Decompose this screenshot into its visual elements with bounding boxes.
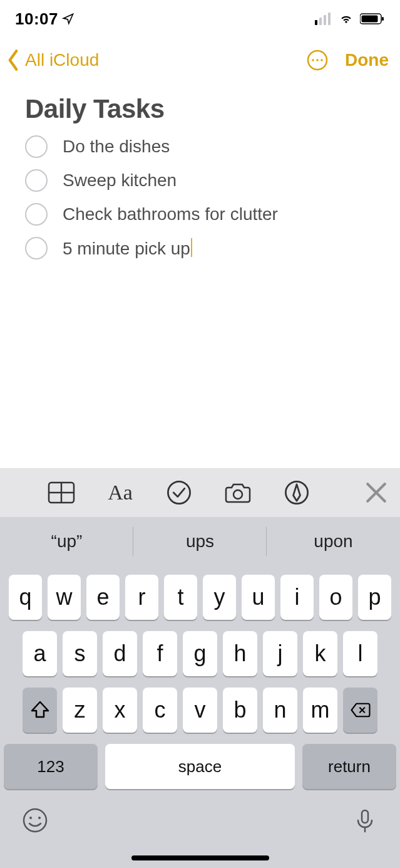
camera-icon[interactable] [224,479,252,506]
key-o[interactable]: o [319,575,352,620]
chevron-left-icon [4,48,23,72]
mic-icon[interactable] [351,807,379,834]
text-cursor [191,238,192,257]
svg-point-21 [24,809,46,832]
key-m[interactable]: m [303,688,337,733]
svg-rect-2 [324,15,326,25]
svg-point-14 [168,481,190,503]
key-e[interactable]: e [86,575,120,620]
shift-key[interactable] [23,688,57,733]
keyboard-toolbar: Aa [0,468,400,517]
key-d[interactable]: d [103,631,137,676]
suggestion[interactable]: upon [267,517,400,566]
space-key[interactable]: space [105,744,295,789]
shift-icon [29,699,51,721]
key-p[interactable]: p [358,575,391,620]
cellular-icon [315,13,332,25]
note-title[interactable]: Daily Tasks [25,94,375,124]
key-x[interactable]: x [103,688,137,733]
key-k[interactable]: k [303,631,337,676]
key-w[interactable]: w [48,575,81,620]
svg-rect-0 [315,20,317,25]
key-y[interactable]: y [203,575,236,620]
keyboard: Aa “up” ups upon q w e r t y u [0,468,400,868]
nav-bar: All iCloud Done [0,38,400,83]
more-icon[interactable] [306,49,329,71]
key-i[interactable]: i [280,575,314,620]
key-g[interactable]: g [183,631,217,676]
checklist-text[interactable]: Sweep kitchen [63,170,177,191]
svg-point-8 [312,59,314,61]
checkbox-icon[interactable] [25,169,48,192]
keyboard-suggestions: “up” ups upon [0,517,400,566]
checklist-item[interactable]: 5 minute pick up [25,237,375,259]
return-key[interactable]: return [302,744,396,789]
key-c[interactable]: c [143,688,177,733]
svg-point-22 [29,817,32,819]
emoji-icon[interactable] [21,807,49,834]
home-indicator[interactable] [131,855,269,860]
key-u[interactable]: u [242,575,275,620]
backspace-icon [350,699,371,721]
key-n[interactable]: n [263,688,297,733]
key-t[interactable]: t [164,575,197,620]
back-label: All iCloud [25,50,99,70]
checkbox-icon[interactable] [25,237,48,259]
svg-rect-24 [362,810,368,823]
status-time: 10:07 [15,9,58,29]
key-r[interactable]: r [125,575,158,620]
checklist-text[interactable]: Check bathrooms for clutter [63,204,278,224]
suggestion[interactable]: ups [133,517,267,566]
svg-rect-6 [382,17,384,21]
note-content[interactable]: Daily Tasks Do the dishes Sweep kitchen … [0,83,400,259]
key-h[interactable]: h [223,631,257,676]
pen-icon[interactable] [283,479,310,506]
svg-rect-1 [319,18,322,25]
suggestion[interactable]: “up” [0,517,133,566]
key-j[interactable]: j [263,631,297,676]
svg-point-15 [233,490,242,499]
location-icon [62,13,74,25]
done-button[interactable]: Done [345,50,389,70]
checklist-text[interactable]: Do the dishes [63,137,170,157]
checkbox-icon[interactable] [25,203,48,226]
table-icon[interactable] [48,479,75,506]
wifi-icon [337,13,355,25]
key-z[interactable]: z [63,688,97,733]
checklist-item[interactable]: Do the dishes [25,135,375,158]
checkbox-icon[interactable] [25,135,48,158]
checklist-item[interactable]: Check bathrooms for clutter [25,203,375,226]
key-a[interactable]: a [23,631,57,676]
svg-point-23 [38,817,41,819]
svg-point-10 [321,59,323,61]
numeric-key[interactable]: 123 [4,744,98,789]
svg-rect-3 [328,13,331,25]
format-icon[interactable]: Aa [106,479,134,506]
svg-point-9 [316,59,319,61]
key-s[interactable]: s [63,631,97,676]
key-f[interactable]: f [143,631,177,676]
close-icon[interactable] [362,479,390,506]
status-right [315,13,385,25]
key-b[interactable]: b [223,688,257,733]
checklist-item[interactable]: Sweep kitchen [25,169,375,192]
key-v[interactable]: v [183,688,217,733]
battery-icon [360,13,385,25]
svg-rect-5 [362,16,378,23]
checklist-icon[interactable] [165,479,193,506]
backspace-key[interactable] [343,688,377,733]
checklist-text[interactable]: 5 minute pick up [63,238,192,259]
status-bar: 10:07 [0,0,400,38]
keyboard-keys: q w e r t y u i o p a s d f g h j k l z [0,566,400,799]
back-button[interactable]: All iCloud [4,48,99,72]
key-l[interactable]: l [343,631,377,676]
key-q[interactable]: q [9,575,42,620]
